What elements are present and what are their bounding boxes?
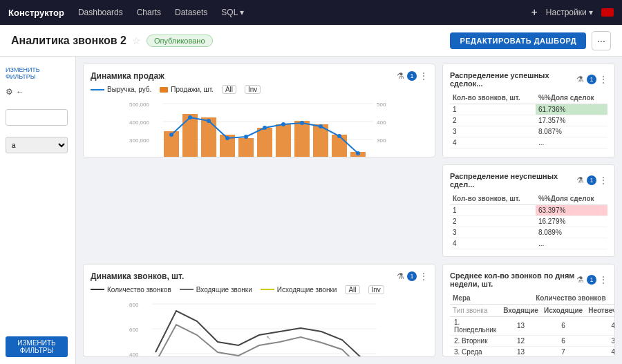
nav-datasets[interactable]: Datasets — [175, 8, 207, 17]
success-dist-table: Кол-во звонков, шт. %%Доля сделок 161.73… — [450, 92, 607, 149]
nav-sql[interactable]: SQL ▾ — [221, 8, 244, 17]
filter-icon-fail[interactable]: ⚗ — [576, 175, 584, 185]
svg-text:600: 600 — [129, 327, 139, 333]
success-row-num: 1 — [450, 104, 536, 115]
table-row: 163.397% — [450, 204, 607, 215]
table-row: 1. Понедельник1364 — [450, 316, 615, 335]
sidebar-apply-button[interactable]: ИЗМЕНИТЬ ФИЛЬТРЫ — [6, 336, 68, 357]
svg-point-32 — [281, 122, 285, 126]
sales-dynamics-actions: ⚗ 1 ⋮ — [397, 71, 428, 81]
svg-point-28 — [207, 119, 211, 123]
more-icon-fail[interactable]: ⋮ — [599, 175, 607, 185]
calls-dynamics-title: Динамика звонков, шт. — [91, 271, 184, 281]
all-toggle-calls[interactable]: All — [345, 285, 359, 294]
svg-point-36 — [356, 151, 360, 155]
avg-row-incoming: 13 — [500, 316, 541, 335]
sidebar-gear-icon[interactable]: ⚙ — [6, 87, 13, 97]
dashboard-grid: Динамика продаж ⚗ 1 ⋮ Выручка, руб. Прод… — [76, 57, 622, 364]
brand-logo: Конструктор — [8, 8, 64, 18]
success-dist-card: Распределение успешных сделок... ⚗ 1 ⋮ К… — [442, 64, 615, 157]
svg-text:800: 800 — [129, 302, 139, 308]
avg-day-header: Тип звонка — [450, 304, 500, 316]
svg-point-34 — [319, 124, 323, 128]
avg-calls-actions: ⚗ 1 ⋮ — [576, 275, 607, 285]
fail-row-value: ... — [536, 238, 607, 249]
settings-menu[interactable]: Настройки ▾ — [546, 8, 593, 17]
avg-measure-header: Мера — [450, 292, 500, 305]
svg-point-31 — [263, 126, 267, 130]
table-row: 2. Вторник1263 — [450, 335, 615, 346]
page-header-bar: Аналитика звонков 2 ☆ Опубликовано РЕДАК… — [0, 25, 622, 57]
table-row: 4... — [450, 137, 607, 149]
more-icon-calls[interactable]: ⋮ — [420, 271, 428, 281]
top-navigation: Конструктор Dashboards Charts Datasets S… — [0, 0, 622, 25]
edit-dashboard-button[interactable]: РЕДАКТИРОВАТЬ ДАШБОРД — [450, 32, 586, 49]
svg-point-35 — [337, 134, 341, 138]
more-icon-sales[interactable]: ⋮ — [420, 71, 428, 81]
calls-legend: Количество звонков Входящие звонки Исход… — [91, 285, 428, 294]
fail-dist-title: Распределение неуспешных сдел... — [450, 172, 576, 189]
filter-badge-success: 1 — [587, 75, 596, 84]
success-col1-header: Кол-во звонков, шт. — [450, 92, 536, 104]
inv-toggle-calls[interactable]: Inv — [368, 285, 384, 294]
table-row: 38.087% — [450, 126, 607, 137]
avg-calls-count-header: Количество звонков — [500, 292, 615, 305]
table-row: 4... — [450, 238, 607, 249]
success-row-value: 8.087% — [536, 126, 607, 137]
page-title: Аналитика звонков 2 — [11, 35, 126, 47]
success-dist-title: Распределение успешных сделок... — [450, 71, 576, 88]
topnav-right: + Настройки ▾ — [531, 6, 614, 19]
filter-icon-avg[interactable]: ⚗ — [576, 275, 584, 285]
avg-row-day: 2. Вторник — [450, 335, 500, 346]
filter-icon-success[interactable]: ⚗ — [576, 75, 584, 84]
nav-dashboards[interactable]: Dashboards — [78, 8, 123, 17]
fail-col2-header: %%Доля сделок — [536, 193, 607, 205]
avg-row-incoming: 13 — [500, 346, 541, 357]
filter-icon-sales[interactable]: ⚗ — [397, 71, 404, 81]
fail-row-value: 16.279% — [536, 215, 607, 227]
avg-row-incoming: 12 — [500, 335, 541, 346]
more-icon-avg[interactable]: ⋮ — [599, 275, 607, 285]
inv-toggle-sales[interactable]: Inv — [245, 85, 261, 94]
svg-point-33 — [300, 121, 304, 125]
success-row-value: 61.736% — [536, 104, 607, 115]
svg-text:500: 500 — [377, 102, 386, 108]
table-row: 3. Среда1374 — [450, 346, 615, 357]
filter-badge-avg: 1 — [587, 275, 596, 285]
nav-charts[interactable]: Charts — [137, 8, 161, 17]
more-options-button[interactable]: ··· — [592, 31, 611, 50]
legend-incoming-calls-label: Входящие звонки — [196, 286, 252, 294]
success-row-value: ... — [536, 137, 607, 149]
calls-dynamics-header: Динамика звонков, шт. ⚗ 1 ⋮ — [91, 271, 428, 281]
avg-row-outgoing: 6 — [541, 316, 585, 335]
avg-row-day: 3. Среда — [450, 346, 500, 357]
avg-row-missed: 4 — [585, 316, 615, 335]
svg-rect-19 — [238, 138, 254, 157]
calls-chart: 800 600 400 200 ↖ Oct Nov D — [91, 297, 428, 358]
add-button[interactable]: + — [531, 6, 537, 19]
fail-dist-card: Распределение неуспешных сдел... ⚗ 1 ⋮ К… — [442, 164, 615, 257]
favorite-icon[interactable]: ☆ — [132, 35, 141, 46]
success-dist-header: Распределение успешных сделок... ⚗ 1 ⋮ — [450, 71, 607, 88]
legend-total-calls: Количество звонков — [91, 285, 171, 294]
svg-text:200: 200 — [377, 155, 386, 157]
more-icon-success[interactable]: ⋮ — [599, 75, 607, 84]
svg-text:↖: ↖ — [266, 334, 272, 341]
sidebar-back-icon[interactable]: ← — [16, 87, 24, 97]
svg-rect-17 — [201, 117, 216, 157]
avg-outgoing-header: Исходящие — [541, 304, 585, 316]
avg-incoming-header: Входящие — [500, 304, 541, 316]
sales-dynamics-title: Динамика продаж — [91, 71, 164, 81]
language-flag[interactable] — [601, 8, 614, 17]
filter-icon-calls[interactable]: ⚗ — [397, 271, 404, 281]
svg-rect-20 — [257, 128, 272, 157]
sales-legend: Выручка, руб. Продажи, шт. All Inv — [91, 85, 428, 94]
svg-text:400,000: 400,000 — [129, 119, 149, 126]
sidebar-date-input[interactable] — [6, 109, 68, 126]
all-toggle-sales[interactable]: All — [222, 85, 236, 94]
main-layout: ИЗМЕНИТЬ ФИЛЬТРЫ ⚙ ← а ИЗМЕНИТЬ ФИЛЬТРЫ … — [0, 57, 622, 364]
sidebar-filter-select[interactable]: а — [6, 137, 68, 153]
fail-dist-table: Кол-во звонков, шт. %%Доля сделок 163.39… — [450, 193, 607, 249]
sales-dynamics-header: Динамика продаж ⚗ 1 ⋮ — [91, 71, 428, 81]
sidebar-filter-toggle[interactable]: ИЗМЕНИТЬ ФИЛЬТРЫ — [6, 64, 70, 83]
